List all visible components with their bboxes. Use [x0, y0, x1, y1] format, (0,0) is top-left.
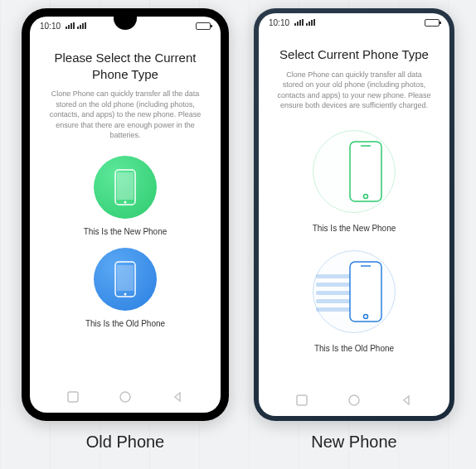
old-phone-column: 10:10 Please Select the Current Phone Ty…	[22, 8, 229, 452]
svg-rect-6	[68, 392, 78, 402]
svg-rect-11	[350, 262, 381, 322]
battery-icon	[425, 19, 440, 27]
status-time: 10:10	[40, 22, 61, 31]
page-title: Please Select the Current Phone Type	[45, 50, 206, 82]
signal-icon	[294, 19, 304, 26]
svg-point-15	[349, 395, 359, 405]
new-phone-option[interactable]: This Is the New Phone	[304, 126, 404, 233]
page-subtitle: Clone Phone can quickly transfer all the…	[45, 89, 206, 141]
svg-point-5	[124, 293, 126, 295]
nav-recent-icon[interactable]	[67, 391, 79, 403]
signal-icon	[66, 22, 75, 29]
page-title: Select Current Phone Type	[279, 46, 429, 63]
old-phone-icon	[304, 246, 404, 337]
nav-home-icon[interactable]	[119, 391, 131, 403]
status-time: 10:10	[269, 18, 289, 27]
nav-back-icon[interactable]	[401, 394, 412, 406]
svg-rect-14	[297, 395, 307, 405]
old-content: Please Select the Current Phone Type Clo…	[30, 35, 221, 340]
new-phone-option[interactable]: This Is the New Phone	[84, 156, 168, 236]
signal-icon	[306, 19, 315, 26]
comparison-stage: 10:10 Please Select the Current Phone Ty…	[0, 0, 476, 460]
svg-rect-4	[117, 265, 134, 291]
new-phone-icon	[304, 126, 404, 217]
old-phone-label: This Is the Old Phone	[314, 344, 394, 353]
old-phone-label: This Is the Old Phone	[85, 319, 165, 328]
new-phone-label: This Is the New Phone	[313, 224, 396, 233]
battery-icon	[196, 22, 211, 30]
signal-icon	[77, 22, 86, 29]
nav-back-icon[interactable]	[172, 391, 183, 403]
new-phone-label: This Is the New Phone	[84, 227, 168, 236]
new-content: Select Current Phone Type Clone Phone ca…	[259, 31, 449, 366]
page-subtitle: Clone Phone can quickly transfer all dat…	[274, 70, 435, 111]
new-phone-frame: 10:10 Select Current Phone Type Clone Ph…	[254, 8, 454, 421]
old-phone-caption: Old Phone	[86, 433, 165, 452]
nav-recent-icon[interactable]	[296, 394, 308, 406]
svg-point-2	[124, 201, 126, 203]
nav-bar	[259, 389, 449, 411]
svg-rect-1	[117, 172, 134, 200]
old-phone-frame: 10:10 Please Select the Current Phone Ty…	[22, 8, 229, 421]
nav-home-icon[interactable]	[348, 394, 360, 406]
svg-rect-8	[350, 142, 381, 201]
new-phone-screen: 10:10 Select Current Phone Type Clone Ph…	[259, 13, 449, 416]
old-phone-option[interactable]: This Is the Old Phone	[304, 246, 404, 353]
new-phone-caption: New Phone	[311, 433, 396, 452]
new-phone-column: 10:10 Select Current Phone Type Clone Ph…	[254, 8, 454, 452]
old-phone-icon	[94, 248, 157, 311]
old-phone-option[interactable]: This Is the Old Phone	[85, 248, 165, 328]
new-phone-icon	[94, 156, 157, 219]
status-bar: 10:10	[259, 13, 449, 31]
svg-point-7	[120, 392, 130, 402]
old-phone-screen: 10:10 Please Select the Current Phone Ty…	[30, 17, 221, 413]
nav-bar	[30, 386, 221, 408]
